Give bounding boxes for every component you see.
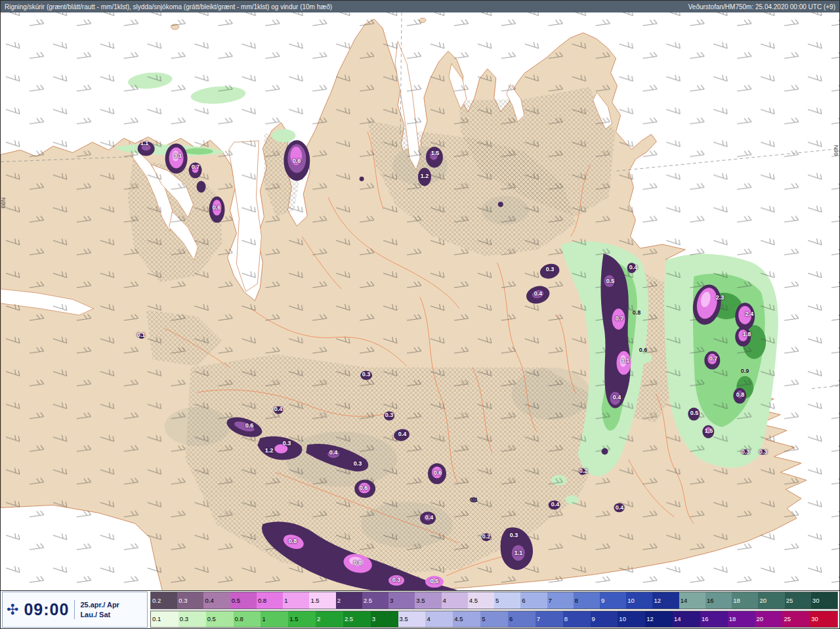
legend-cell: 3.5 bbox=[415, 592, 441, 609]
map-legend-title: Rigning/skúrir (grænt/blátt/rautt - mm/1… bbox=[5, 3, 332, 11]
legend-cell: 14 bbox=[679, 592, 705, 609]
legend-cell: 20 bbox=[758, 592, 784, 609]
forecast-date-block: 25.apr./ Apr Lau./ Sat bbox=[74, 600, 119, 619]
legend-cell: 30 bbox=[811, 592, 837, 609]
legend-rain-scale: 0.10.30.50.811.522.533.544.5567891012141… bbox=[150, 611, 838, 628]
map-canvas[interactable]: 1.13.10.70.60.61.51.20.30.40.50.40.70.81… bbox=[1, 12, 839, 590]
legend-cell: 20 bbox=[755, 611, 783, 628]
legend-cell: 4.5 bbox=[453, 611, 480, 628]
status-bar: ✣ 09:00 25.apr./ Apr Lau./ Sat 0.20.30.4… bbox=[1, 590, 839, 628]
legend-cell: 8 bbox=[563, 611, 591, 628]
legend-cell: 16 bbox=[705, 592, 732, 609]
legend-cell: 16 bbox=[700, 611, 728, 628]
legend-sleet-scale: 0.20.30.40.50.811.522.533.544.5567891012… bbox=[150, 592, 838, 609]
legend-cell: 8 bbox=[574, 592, 600, 609]
latitude-label-right: 66N bbox=[833, 145, 839, 156]
legend-cell: 0.8 bbox=[257, 592, 283, 609]
legend-cell: 18 bbox=[732, 592, 758, 609]
legend-cell: 9 bbox=[600, 592, 626, 609]
legend-cell: 2.5 bbox=[362, 592, 388, 609]
legend-cell: 4.5 bbox=[468, 592, 494, 609]
legend-cell: 3 bbox=[388, 592, 415, 609]
legend-cell: 7 bbox=[547, 592, 574, 609]
forecast-time: 09:00 bbox=[24, 600, 69, 619]
legend-cell: 3.5 bbox=[398, 611, 426, 628]
legend-cell: 7 bbox=[536, 611, 563, 628]
legend-cell: 10 bbox=[618, 611, 645, 628]
legend-cell: 10 bbox=[626, 592, 652, 609]
legend-cell: 1 bbox=[283, 592, 309, 609]
forecast-day: Lau./ Sat bbox=[80, 610, 119, 619]
legend-cell: 25 bbox=[782, 611, 810, 628]
legend-cell: 0.5 bbox=[230, 592, 257, 609]
legend-cell: 1.5 bbox=[288, 611, 316, 628]
legend-cell: 14 bbox=[673, 611, 700, 628]
legend-cell: 6 bbox=[520, 592, 547, 609]
legend-cell: 12 bbox=[652, 592, 679, 609]
forecast-date: 25.apr./ Apr bbox=[80, 600, 119, 609]
title-bar: Rigning/skúrir (grænt/blátt/rautt - mm/1… bbox=[1, 1, 839, 12]
legend-cell: 1.5 bbox=[309, 592, 335, 609]
legend-cell: 0.3 bbox=[178, 611, 206, 628]
model-run-info: Veðurstofan/HM750m: 25.04.2020 00:00 UTC… bbox=[688, 3, 835, 11]
legend-cell: 4 bbox=[442, 592, 468, 609]
latitude-label-left: 66N bbox=[1, 198, 7, 209]
legend-cell: 0.1 bbox=[151, 611, 178, 628]
legend-cell: 5 bbox=[494, 592, 520, 609]
legend-cell: 2 bbox=[336, 592, 362, 609]
legend-cell: 2 bbox=[316, 611, 343, 628]
legend-cell: 4 bbox=[425, 611, 453, 628]
legend-cell: 9 bbox=[591, 611, 618, 628]
legend-cell: 1 bbox=[261, 611, 288, 628]
legend-area: 0.20.30.40.50.811.522.533.544.5567891012… bbox=[150, 592, 838, 628]
legend-cell: 6 bbox=[508, 611, 536, 628]
legend-cell: 0.2 bbox=[151, 592, 177, 609]
legend-cell: 18 bbox=[728, 611, 755, 628]
legend-cell: 30 bbox=[810, 611, 837, 628]
legend-cell: 0.4 bbox=[203, 592, 230, 609]
legend-cell: 25 bbox=[785, 592, 811, 609]
weather-map-page: Rigning/skúrir (grænt/blátt/rautt - mm/1… bbox=[0, 0, 840, 629]
legend-cell: 2.5 bbox=[343, 611, 371, 628]
legend-cell: 0.5 bbox=[206, 611, 234, 628]
legend-cell: 12 bbox=[645, 611, 673, 628]
map-graphic bbox=[1, 12, 839, 590]
legend-cell: 0.3 bbox=[177, 592, 203, 609]
met-office-logo-icon: ✣ bbox=[7, 603, 18, 617]
time-panel: ✣ 09:00 25.apr./ Apr Lau./ Sat bbox=[2, 592, 148, 628]
legend-cell: 3 bbox=[371, 611, 398, 628]
legend-cell: 5 bbox=[480, 611, 508, 628]
legend-cell: 0.8 bbox=[234, 611, 261, 628]
